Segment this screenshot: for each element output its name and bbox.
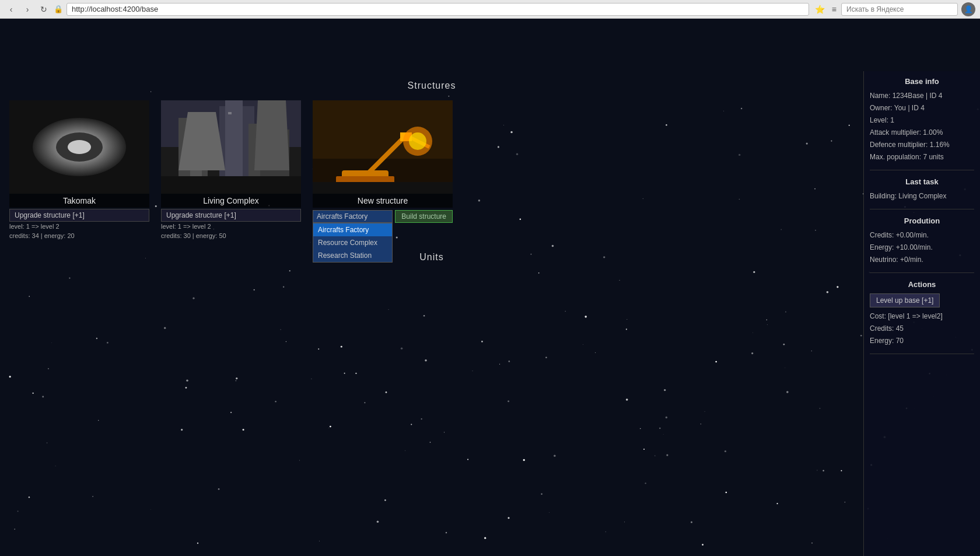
app-container: 🔴 me Base Battles Stats Settings Admin R… [0,19,980,556]
takomak-card: Takomak Upgrade structure [+1] level: 1 … [9,100,149,240]
base-attack-mult: Attack multiplier: 1.00% [870,127,974,138]
structure-type-select[interactable]: Aircrafts Factory Resource Complex Resea… [313,210,393,223]
neutrino-value: 0.00 [570,57,585,66]
structures-grid: Takomak Upgrade structure [+1] level: 1 … [9,100,854,240]
base-max-population: Max. population: 7 units [870,152,974,162]
svg-rect-16 [313,100,453,159]
credits-label: Credits: [422,57,449,66]
energy-label: Energy: [480,57,506,66]
living-complex-cost-info: credits: 30 | energy: 50 [161,231,301,240]
option-research-station[interactable]: Research Station [313,249,392,262]
browser-user-icon[interactable]: 👤 [961,2,975,16]
browser-back-button[interactable]: ‹ [5,3,18,16]
base-defence-mult: Defence multiplier: 1.16% [870,139,974,150]
logo-area: 🔴 me [2,21,32,49]
takomak-name: Takomak [9,194,149,208]
takomak-upgrade-button[interactable]: Upgrade structure [+1] [9,209,149,222]
last-task-value: Building: Living Complex [870,191,974,201]
base-name: Name: 1234Base | ID 4 [870,90,974,101]
new-structure-area: New structure Aircrafts Factory Resource… [313,100,453,240]
resources-bar: Resources: Credits: 138.00 Energy: 166.8… [0,53,980,71]
living-complex-upgrade-button[interactable]: Upgrade structure [+1] [161,209,301,222]
base-info-section: Base info Name: 1234Base | ID 4 Owner: Y… [870,77,974,170]
structure-select-wrapper: Aircrafts Factory Resource Complex Resea… [313,210,393,223]
last-task-title: Last task [870,177,974,186]
production-energy: Energy: +10.00/min. [870,242,974,253]
level-up-energy: Energy: 70 [870,335,974,346]
base-owner: Owner: You | ID 4 [870,103,974,113]
new-structure-controls: Aircrafts Factory Resource Complex Resea… [313,210,453,223]
nav-bar: 🔴 me Base Battles Stats Settings Admin [0,19,980,53]
units-title: Units [9,252,854,263]
actions-title: Actions [870,280,974,289]
takomak-cost-info: credits: 34 | energy: 20 [9,231,149,240]
production-title: Prodution [870,216,974,225]
production-neutrino: Neutrino: +0/min. [870,254,974,265]
base-info-title: Base info [870,77,974,86]
takomak-image [9,100,149,194]
browser-url-bar[interactable] [66,3,809,16]
option-aircrafts-factory[interactable]: Aircrafts Factory [313,223,392,236]
browser-chrome: ‹ › ↻ 🔒 ⭐ ≡ 👤 [0,0,980,19]
living-complex-card: Living Complex Upgrade structure [+1] le… [161,100,301,240]
production-credits: Credits: +0.00/min. [870,230,974,240]
living-complex-name: Living Complex [161,194,301,208]
credits-value: 138.00 [451,57,474,66]
level-up-cost-label: Cost: [level 1 => level2] [870,311,974,321]
production-section: Prodution Credits: +0.00/min. Energy: +1… [870,216,974,273]
svg-rect-13 [193,121,198,124]
living-complex-level-info: level: 1 => level 2 [161,222,301,231]
main-content: Structures [0,71,980,556]
structures-title: Structures [9,81,854,91]
browser-forward-button[interactable]: › [21,3,34,16]
svg-point-3 [68,140,91,154]
actions-section: Actions Level up base [+1] Cost: [level … [870,280,974,354]
new-structure-name: New structure [313,194,453,208]
nav-tab-base[interactable]: Base [34,19,223,51]
right-panel: Base info Name: 1234Base | ID 4 Owner: Y… [863,71,980,556]
nav-tab-stats[interactable]: Stats [412,19,601,51]
browser-search-bar[interactable] [841,3,958,16]
new-structure-svg [313,100,453,194]
new-structure-image [313,100,453,194]
resources-icon[interactable]: 🔄 [592,57,602,67]
logo-text: me [19,32,27,39]
svg-point-24 [409,132,426,150]
nav-tab-settings[interactable]: Settings [601,19,790,51]
level-up-credits: Credits: 45 [870,323,974,334]
svg-rect-22 [313,182,453,194]
living-complex-svg [161,100,301,194]
browser-reload-button[interactable]: ↻ [37,3,50,16]
option-resource-complex[interactable]: Resource Complex [313,236,392,249]
energy-value: 166.83 [508,57,531,66]
nav-tab-battles[interactable]: Battles [223,19,412,51]
center-area: Structures [0,71,863,556]
nav-tab-admin[interactable]: Admin [791,19,980,51]
neutrino-label: Neutrino: [537,57,568,66]
living-complex-image [161,100,301,194]
svg-rect-12 [161,176,301,194]
svg-rect-14 [228,112,232,114]
build-structure-button[interactable]: Build structure [395,210,453,223]
level-up-base-button[interactable]: Level up base [+1] [870,293,940,307]
last-task-section: Last task Building: Living Complex [870,177,974,209]
base-level: Level: 1 [870,115,974,125]
takomak-svg [9,100,149,194]
takomak-level-info: level: 1 => level 2 [9,222,149,231]
resources-label: Resources: [378,57,416,66]
structure-select-dropdown: Aircrafts Factory Resource Complex Resea… [313,223,393,263]
